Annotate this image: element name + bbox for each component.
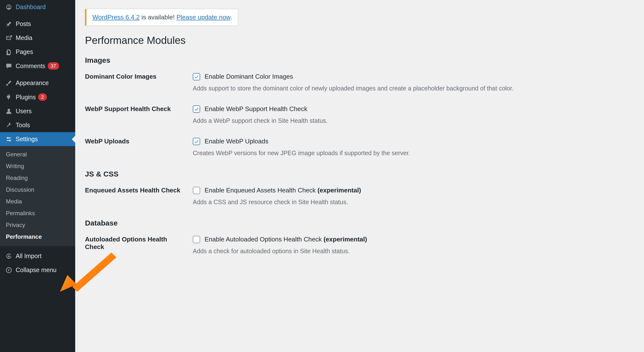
plug-icon bbox=[4, 94, 13, 100]
media-icon bbox=[4, 35, 13, 41]
setting-label: Enqueued Assets Health Check bbox=[85, 187, 193, 206]
setting-label: Dominant Color Images bbox=[85, 73, 193, 92]
sidebar-item-label: Tools bbox=[16, 122, 30, 129]
svg-point-1 bbox=[8, 109, 10, 111]
setting-label: WebP Support Health Check bbox=[85, 105, 193, 124]
setting-dominant-color: Dominant Color Images Enable Dominant Co… bbox=[85, 73, 634, 92]
setting-enqueued-assets: Enqueued Assets Health Check Enable Enqu… bbox=[85, 187, 634, 206]
setting-description: Adds a WebP support check in Site Health… bbox=[193, 117, 634, 124]
checkbox-text: Enable Enqueued Assets Health Check (exp… bbox=[204, 187, 361, 194]
checkbox-autoloaded-options[interactable] bbox=[193, 236, 200, 243]
sidebar-item-label: Collapse menu bbox=[16, 266, 56, 273]
plugins-count-badge: 2 bbox=[38, 93, 47, 101]
sidebar-item-all-import[interactable]: All Import bbox=[0, 249, 75, 263]
sidebar-item-plugins[interactable]: Plugins 2 bbox=[0, 90, 75, 104]
setting-description: Adds a CSS and JS resource check in Site… bbox=[193, 199, 634, 206]
wrench-icon bbox=[4, 122, 13, 128]
sidebar-item-label: Posts bbox=[16, 20, 31, 28]
sidebar-item-label: Appearance bbox=[16, 79, 49, 87]
update-now-link[interactable]: Please update now bbox=[176, 14, 230, 21]
checkbox-webp-health[interactable] bbox=[193, 105, 200, 113]
checkbox-enqueued-assets[interactable] bbox=[193, 187, 200, 194]
checkbox-label[interactable]: Enable Dominant Color Images bbox=[193, 73, 634, 80]
setting-description: Creates WebP versions for new JPEG image… bbox=[193, 150, 634, 157]
setting-autoloaded-options: Autoloaded Options Health Check Enable A… bbox=[85, 236, 634, 255]
admin-sidebar: Dashboard Posts Media Pages Comments 37 … bbox=[0, 0, 75, 352]
submenu-item-privacy[interactable]: Privacy bbox=[0, 219, 75, 231]
wordpress-version-link[interactable]: WordPress 6.4.2 bbox=[92, 14, 140, 21]
setting-label: WebP Uploads bbox=[85, 138, 193, 157]
setting-label: Autoloaded Options Health Check bbox=[85, 236, 193, 255]
sidebar-item-dashboard[interactable]: Dashboard bbox=[0, 0, 75, 14]
sidebar-item-label: Pages bbox=[16, 48, 33, 55]
checkbox-webp-uploads[interactable] bbox=[193, 138, 200, 145]
sidebar-item-label: Users bbox=[16, 108, 32, 115]
checkbox-text: Enable WebP Uploads bbox=[204, 138, 268, 145]
submenu-item-general[interactable]: General bbox=[0, 149, 75, 160]
section-title-images: Images bbox=[85, 56, 634, 65]
section-title-jscss: JS & CSS bbox=[85, 170, 634, 178]
setting-webp-health: WebP Support Health Check Enable WebP Su… bbox=[85, 105, 634, 124]
sidebar-item-label: Plugins bbox=[16, 94, 36, 101]
sidebar-item-label: All Import bbox=[16, 252, 42, 260]
main-content: WordPress 6.4.2 is available! Please upd… bbox=[75, 0, 644, 352]
brush-icon bbox=[4, 80, 13, 86]
submenu-item-media[interactable]: Media bbox=[0, 196, 75, 207]
settings-submenu: General Writing Reading Discussion Media… bbox=[0, 146, 75, 246]
sidebar-item-label: Dashboard bbox=[16, 4, 46, 11]
svg-point-0 bbox=[7, 37, 8, 38]
sidebar-item-users[interactable]: Users bbox=[0, 104, 75, 118]
checkbox-text: Enable Autoloaded Options Health Check (… bbox=[204, 236, 367, 243]
pin-icon bbox=[4, 21, 13, 27]
submenu-item-reading[interactable]: Reading bbox=[0, 172, 75, 184]
sidebar-item-comments[interactable]: Comments 37 bbox=[0, 59, 75, 73]
submenu-item-discussion[interactable]: Discussion bbox=[0, 184, 75, 196]
import-icon bbox=[4, 253, 13, 259]
checkbox-dominant-color[interactable] bbox=[193, 73, 200, 80]
setting-description: Adds support to store the dominant color… bbox=[193, 85, 634, 92]
submenu-item-permalinks[interactable]: Permalinks bbox=[0, 207, 75, 219]
user-icon bbox=[4, 108, 13, 115]
dashboard-icon bbox=[4, 4, 13, 10]
setting-webp-uploads: WebP Uploads Enable WebP Uploads Creates… bbox=[85, 138, 634, 157]
sidebar-item-posts[interactable]: Posts bbox=[0, 17, 75, 31]
notice-text: is available! bbox=[140, 14, 176, 21]
sidebar-item-label: Comments bbox=[16, 63, 45, 70]
checkbox-text: Enable Dominant Color Images bbox=[204, 73, 293, 80]
submenu-item-performance[interactable]: Performance bbox=[0, 231, 75, 243]
comment-icon bbox=[4, 63, 13, 69]
pages-icon bbox=[4, 49, 13, 55]
comments-count-badge: 37 bbox=[48, 62, 59, 70]
sidebar-item-tools[interactable]: Tools bbox=[0, 118, 75, 132]
sidebar-item-appearance[interactable]: Appearance bbox=[0, 76, 75, 90]
sidebar-item-settings[interactable]: Settings bbox=[0, 132, 75, 146]
update-notice: WordPress 6.4.2 is available! Please upd… bbox=[85, 9, 238, 26]
notice-end: . bbox=[230, 14, 232, 21]
checkbox-text: Enable WebP Support Health Check bbox=[204, 105, 308, 113]
checkbox-label[interactable]: Enable WebP Uploads bbox=[193, 138, 634, 145]
checkbox-label[interactable]: Enable WebP Support Health Check bbox=[193, 105, 634, 113]
sliders-icon bbox=[4, 136, 13, 142]
checkbox-label[interactable]: Enable Autoloaded Options Health Check (… bbox=[193, 236, 634, 243]
page-title: Performance Modules bbox=[85, 35, 634, 46]
sidebar-item-label: Media bbox=[16, 34, 32, 42]
sidebar-item-label: Settings bbox=[16, 136, 38, 143]
sidebar-item-collapse[interactable]: Collapse menu bbox=[0, 263, 75, 277]
collapse-icon bbox=[4, 267, 13, 273]
sidebar-item-media[interactable]: Media bbox=[0, 31, 75, 45]
submenu-item-writing[interactable]: Writing bbox=[0, 160, 75, 172]
section-title-database: Database bbox=[85, 219, 634, 227]
checkbox-label[interactable]: Enable Enqueued Assets Health Check (exp… bbox=[193, 187, 634, 194]
setting-description: Adds a check for autoloaded options in S… bbox=[193, 248, 634, 255]
sidebar-item-pages[interactable]: Pages bbox=[0, 45, 75, 59]
